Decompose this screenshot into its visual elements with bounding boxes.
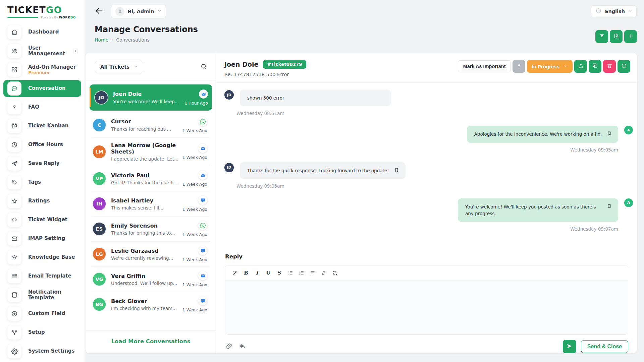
attach-button[interactable] [226,343,233,351]
conversation-row[interactable]: BGBeck GloverI'm checking with my team..… [92,292,210,317]
italic-icon[interactable]: I [252,268,262,277]
magic-wand-icon[interactable] [230,268,240,277]
message-group: Apologies for the inconvenience. We're w… [224,126,633,152]
pin-button[interactable] [513,60,525,73]
funnel-icon [599,33,605,40]
topbar: Hi, Admin English [85,0,644,23]
sidebar-item-faq[interactable]: FAQ [3,99,81,116]
back-button[interactable] [95,6,104,16]
message-group: You're welcome! We'll keep you posted as… [224,198,633,232]
sidebar-item-add-on-manager[interactable]: Add-On ManagerPremium [3,61,81,78]
search-button[interactable] [200,63,207,71]
premium-badge: Premium [28,70,76,75]
conversation-name: Vera Griffin [111,273,178,279]
chevron-down-icon [157,9,162,14]
logo-underline [7,17,38,18]
user-avatar [115,7,124,16]
sidebar-item-label: System Settings [28,348,75,354]
conversation-row[interactable]: LMLena Morrow (Google Sheets)I appreciat… [92,138,210,166]
link-icon[interactable] [319,268,328,277]
pin-icon [516,63,522,70]
sidebar-item-system-settings[interactable]: System Settings [3,343,81,360]
sidebar-item-notification-template[interactable]: Notification Template [3,287,81,303]
sidebar-item-custom-field[interactable]: Custom Field [3,305,81,322]
sidebar-item-save-reply[interactable]: Save Reply [3,155,81,172]
app-root: TICKETGO Powered By WORKDO DashboardUser… [0,0,644,362]
sidebar-item-knowledge-base[interactable]: Knowledge Base [3,249,81,266]
question-icon [7,100,21,114]
sidebar-item-tags[interactable]: Tags [3,174,81,191]
brand-logo[interactable]: TICKETGO Powered By WORKDO [0,0,85,21]
bookmark-icon[interactable] [606,203,612,209]
page-header: Manage Conversations Home › Conversation… [85,23,644,43]
list-ol-icon[interactable] [297,268,306,277]
brand-wordmark: TICKETGO [7,5,79,15]
list-header: All Tickets [86,53,216,80]
reply-input[interactable] [225,281,628,334]
grid-icon [7,63,21,77]
sidebar-nav: DashboardUser ManagementAdd-On ManagerPr… [0,21,85,360]
breadcrumb-home-link[interactable]: Home [95,37,108,43]
filter-button[interactable] [595,30,608,43]
share-button[interactable] [574,60,587,73]
ticket-filter-label: All Tickets [100,64,129,70]
strikethrough-icon[interactable]: S [274,268,284,277]
mark-important-button[interactable]: Mark As Important [458,60,511,72]
sidebar-item-ratings[interactable]: Ratings [3,193,81,209]
send-close-button[interactable]: Send & Close [581,340,628,353]
conversation-row[interactable]: LGLeslie GarzaasdWe're currently reviewi… [92,242,210,267]
kanban-icon [7,119,21,133]
align-icon[interactable] [308,268,317,277]
sidebar-item-label: Conversation [28,85,66,91]
export-button[interactable] [610,30,623,43]
conversation-time: 1 Week Ago [182,257,207,262]
sidebar-item-dashboard[interactable]: Dashboard [3,24,81,41]
send-button[interactable] [563,340,576,353]
whatsapp-channel-icon [198,221,207,230]
conversation-row[interactable]: VPVictoria PaulGot it! Thanks for the cl… [92,166,210,191]
ticket-filter-dropdown[interactable]: All Tickets [95,61,143,73]
load-more-link[interactable]: Load More Conversations [111,338,190,345]
list-ul-icon[interactable] [285,268,295,277]
conversation-row[interactable]: IHIsabel HartleyThis makes sense. I'll..… [92,191,210,217]
avatar: VG [92,272,106,286]
status-dropdown[interactable]: In Progress [527,60,573,73]
conversation-row[interactable]: ESEmily SorensonThanks for bringing this… [92,217,210,242]
bookmark-icon[interactable] [606,131,612,136]
saved-reply-button[interactable] [238,343,246,351]
conversation-name: Joen Doie [113,91,180,97]
bold-icon[interactable]: B [241,268,251,277]
sidebar-item-ticket-kanban[interactable]: Ticket Kanban [3,118,81,134]
sidebar-item-label: Ticket Widget [28,217,67,223]
info-button[interactable] [618,60,630,73]
copy-button[interactable] [589,60,601,73]
delete-button[interactable] [603,60,616,73]
conversation-row[interactable]: VGVera GriffinUnderstood. We'll follow u… [92,267,210,292]
file-badge-icon [7,288,21,302]
sidebar-item-user-management[interactable]: User Management [3,43,81,59]
conversation-row[interactable]: JDJoen DoieYou're welcome! We'll keep...… [90,84,212,111]
sidebar-item-imap-setting[interactable]: IMAP Setting [3,230,81,247]
unlink-icon[interactable] [330,268,339,277]
sidebar-item-conversation[interactable]: Conversation [3,80,81,97]
sidebar-item-setup[interactable]: Setup [3,324,81,341]
conversation-name: Leslie Garzaasd [111,248,178,254]
create-ticket-button[interactable] [624,30,637,43]
person-icon [117,8,123,15]
sidebar-item-ticket-widget[interactable]: Ticket Widget [3,212,81,228]
conversation-row[interactable]: CCursorThanks for reaching out!...1 Week… [92,113,210,138]
underline-icon[interactable]: U [263,268,273,277]
chat-channel-icon [198,296,207,305]
whatsapp-channel-icon [198,117,207,126]
sidebar-item-email-template[interactable]: Email Template [3,268,81,285]
language-selector[interactable]: English [591,5,637,17]
conversations-card: All Tickets JDJoen DoieYou're welcome! W… [86,53,637,353]
conversation-time: 1 Week Ago [182,155,207,160]
home-icon [7,25,21,39]
sidebar-item-office-hours[interactable]: Office Hours [3,136,81,153]
user-menu[interactable]: Hi, Admin [111,5,166,18]
email-channel-icon [198,271,207,280]
chevron-right-icon [73,49,78,53]
bookmark-icon[interactable] [394,167,399,173]
chat-actions: Mark As Important In Progress [458,60,630,73]
